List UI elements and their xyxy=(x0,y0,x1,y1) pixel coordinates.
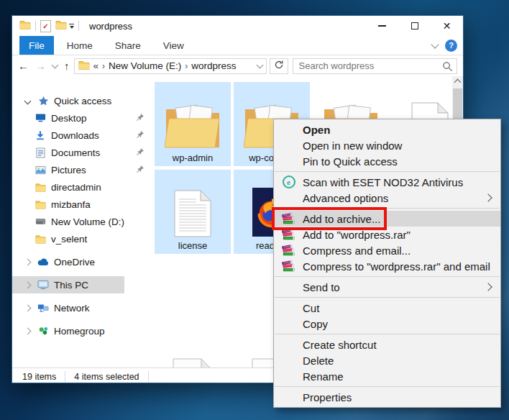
breadcrumb-overflow[interactable]: « xyxy=(93,60,99,71)
address-bar: ← → ↑ « ›New Volume (E:)›wordpress xyxy=(12,55,463,76)
chevron-down-icon[interactable] xyxy=(25,99,37,104)
winrar-icon xyxy=(281,259,296,273)
sidebar-item-new-volume-d[interactable]: New Volume (D:) xyxy=(12,213,153,230)
menu-separator xyxy=(275,171,500,172)
menu-separator xyxy=(275,276,500,277)
back-icon[interactable]: ← xyxy=(18,60,29,72)
quick-access-toolbar-properties-icon[interactable]: ✓ xyxy=(40,20,51,32)
file-tile-license[interactable]: license xyxy=(155,170,231,254)
sidebar-item-pictures[interactable]: Pictures xyxy=(12,161,153,178)
search-icon[interactable] xyxy=(442,61,453,75)
sidebar-item-mizbanfa[interactable]: mizbanfa xyxy=(12,196,153,213)
folder-icon xyxy=(34,234,47,244)
partially-visible-file-icon[interactable] xyxy=(173,358,213,368)
menu-item-cut[interactable]: Cut xyxy=(274,300,500,316)
menu-item-compress-and-email[interactable]: Compress and email... xyxy=(274,242,500,258)
menu-item-create-shortcut[interactable]: Create shortcut xyxy=(274,337,500,352)
submenu-chevron-icon xyxy=(484,193,492,201)
navigation-buttons: ← → ↑ xyxy=(18,60,70,72)
chevron-right-icon[interactable] xyxy=(25,306,37,311)
menu-separator xyxy=(275,208,500,209)
desktop: { "colors": { "tab_active_bg": "#1b7ed3"… xyxy=(0,0,509,420)
refresh-button[interactable] xyxy=(270,58,288,74)
sidebar-item-quick-access[interactable]: Quick access xyxy=(12,92,153,109)
sidebar-item-this-pc[interactable]: This PC xyxy=(12,276,153,293)
tab-share[interactable]: Share xyxy=(106,36,150,55)
search-input[interactable] xyxy=(293,59,457,73)
close-icon: ✕ xyxy=(443,21,451,31)
tab-file[interactable]: File xyxy=(19,36,54,55)
menu-item-open-in-new-window[interactable]: Open in new window xyxy=(274,137,500,153)
address-dropdown-icon[interactable] xyxy=(256,62,263,69)
menu-item-scan-with-eset-nod32-antivirus[interactable]: e Scan with ESET NOD32 Antivirus xyxy=(274,174,500,190)
menu-item-properties[interactable]: Properties xyxy=(274,389,500,405)
crumb-new-volume-e[interactable]: ›New Volume (E:) xyxy=(102,60,181,71)
menu-item-compress-to-wordpress-rar-and-email[interactable]: Compress to "wordpress.rar" and email xyxy=(274,258,500,274)
menu-item-rename[interactable]: Rename xyxy=(274,368,500,384)
recent-locations-icon[interactable] xyxy=(52,61,59,68)
menu-item-advanced-options[interactable]: Advanced options xyxy=(274,190,500,206)
menu-separator xyxy=(275,334,500,334)
homegroup-icon xyxy=(37,326,50,336)
up-icon[interactable]: ↑ xyxy=(64,60,70,72)
customize-quick-access-toolbar-icon[interactable] xyxy=(69,24,74,29)
sidebar-item-v-selent[interactable]: v_selent xyxy=(12,230,153,247)
window-controls: ✕ xyxy=(366,16,463,36)
menu-item-copy[interactable]: Copy xyxy=(274,316,500,332)
winrar-icon xyxy=(281,243,296,257)
folder-icon xyxy=(34,200,47,209)
minimize-button[interactable] xyxy=(366,16,398,36)
window-title: wordpress xyxy=(89,21,132,32)
pc-icon xyxy=(37,280,50,290)
cloud-icon xyxy=(37,258,50,266)
folder-icon xyxy=(34,183,47,192)
menu-item-delete[interactable]: Delete xyxy=(274,352,500,368)
expand-ribbon-icon[interactable] xyxy=(431,40,439,48)
menu-item-add-to-wordpress-rar[interactable]: Add to "wordpress.rar" xyxy=(274,227,500,242)
menu-item-send-to[interactable]: Send to xyxy=(274,279,500,295)
ribbon-right-controls: ? xyxy=(432,36,457,55)
chevron-right-icon[interactable] xyxy=(25,260,37,265)
quick-access-toolbar-newfolder-icon[interactable] xyxy=(55,20,67,32)
menu-item-open[interactable]: Open xyxy=(274,122,500,137)
menu-separator xyxy=(275,297,500,298)
pin-icon xyxy=(136,130,145,141)
navigation-pane: Quick access Desktop Downloads Documents xyxy=(12,76,153,368)
sidebar-item-homegroup[interactable]: Homegroup xyxy=(12,322,153,339)
context-menu: Open Open in new window Pin to Quick acc… xyxy=(273,119,501,408)
sidebar-item-directadmin[interactable]: directadmin xyxy=(12,178,153,196)
file-tile-wp-admin[interactable]: wp-admin xyxy=(155,82,231,166)
minimize-icon xyxy=(378,25,386,26)
chevron-right-icon[interactable] xyxy=(25,283,37,288)
maximize-icon xyxy=(411,22,418,29)
search-box xyxy=(293,58,458,74)
sidebar-item-network[interactable]: Network xyxy=(12,299,153,316)
sidebar-item-desktop[interactable]: Desktop xyxy=(12,109,153,127)
location-folder-icon xyxy=(78,60,90,72)
titlebar-divider xyxy=(35,21,36,31)
sidebar-item-onedrive[interactable]: OneDrive xyxy=(12,253,153,270)
breadcrumb[interactable]: « ›New Volume (E:)›wordpress xyxy=(74,58,267,74)
close-button[interactable]: ✕ xyxy=(431,16,463,36)
help-icon[interactable]: ? xyxy=(445,40,457,52)
monitor-icon xyxy=(34,113,47,123)
scroll-up-icon[interactable] xyxy=(454,79,462,86)
winrar-icon xyxy=(281,227,296,242)
titlebar-divider xyxy=(78,21,79,31)
window-folder-icon xyxy=(19,20,31,32)
chevron-right-icon[interactable] xyxy=(25,329,37,334)
network-icon xyxy=(37,303,50,313)
sidebar-item-documents[interactable]: Documents xyxy=(12,144,153,161)
crumb-wordpress[interactable]: ›wordpress xyxy=(185,60,236,71)
titlebar: ✓ wordpress ✕ xyxy=(12,16,463,36)
tab-view[interactable]: View xyxy=(154,36,193,55)
maximize-button[interactable] xyxy=(398,16,431,36)
menu-item-pin-to-quick-access[interactable]: Pin to Quick access xyxy=(274,153,500,169)
menu-item-add-to-archive[interactable]: Add to archive... xyxy=(274,211,500,227)
forward-icon[interactable]: → xyxy=(35,60,46,72)
folder-docs-icon xyxy=(165,86,221,150)
sidebar-item-downloads[interactable]: Downloads xyxy=(12,127,153,144)
submenu-chevron-icon xyxy=(484,283,492,291)
tab-home[interactable]: Home xyxy=(58,36,102,55)
pin-icon xyxy=(136,165,145,175)
